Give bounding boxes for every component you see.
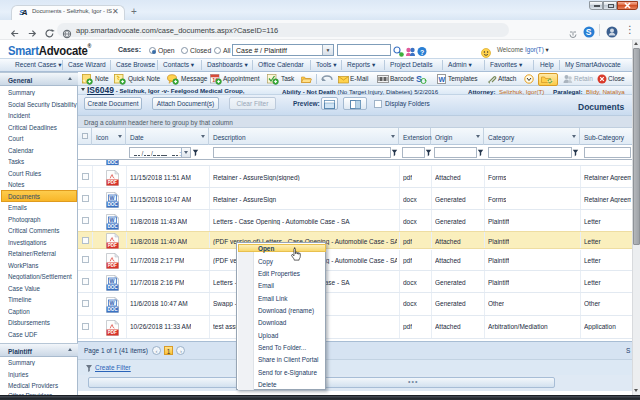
svg-text:W: W (109, 217, 114, 223)
svg-text:PDF: PDF (108, 180, 117, 185)
svg-text:DOC: DOC (107, 307, 118, 312)
svg-text:DOC: DOC (107, 160, 118, 165)
svg-text:PDF: PDF (108, 263, 117, 268)
svg-text:W: W (109, 300, 114, 306)
svg-text:W: W (109, 195, 114, 201)
svg-text:DOC: DOC (107, 285, 118, 290)
svg-text:?: ? (420, 49, 424, 56)
svg-text:DOC: DOC (107, 224, 118, 229)
svg-text:S: S (586, 27, 592, 37)
svg-text:W: W (109, 278, 114, 284)
svg-text:W: W (439, 76, 446, 83)
svg-text:PDF: PDF (108, 330, 117, 335)
svg-text:PDF: PDF (108, 243, 117, 248)
svg-text:DOC: DOC (107, 202, 118, 207)
